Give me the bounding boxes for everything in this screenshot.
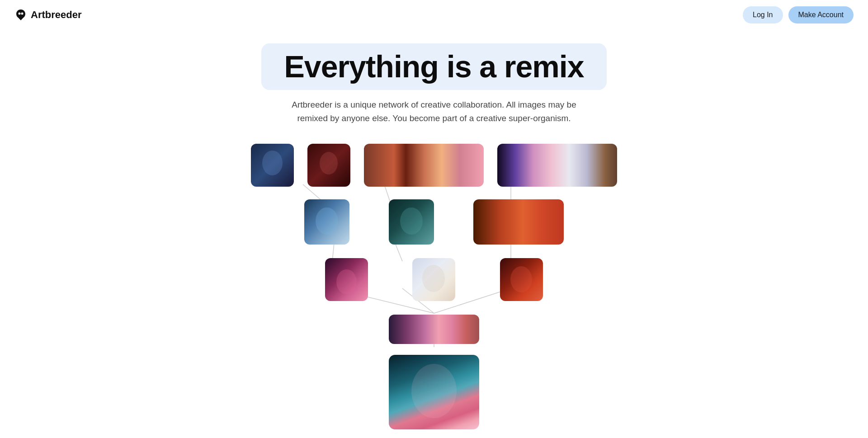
image-tile[interactable] — [497, 144, 617, 187]
image-tile[interactable] — [304, 199, 349, 245]
image-tile[interactable] — [473, 199, 564, 245]
image-tile[interactable] — [500, 258, 543, 301]
image-tile[interactable] — [307, 144, 350, 187]
login-button[interactable]: Log In — [743, 6, 783, 24]
tree-row-1 — [258, 199, 610, 245]
logo-icon — [14, 9, 27, 21]
tree-row-2 — [258, 258, 610, 301]
hero-section: Everything is a remix Artbreeder is a un… — [0, 30, 868, 130]
image-tile[interactable] — [412, 258, 455, 301]
tree-row-0 — [251, 144, 617, 187]
image-tile[interactable] — [389, 199, 434, 245]
logo-text: Artbreeder — [31, 9, 81, 21]
hero-title-wrap: Everything is a remix — [261, 43, 606, 90]
navbar: Artbreeder Log In Make Account — [0, 0, 868, 30]
hero-title: Everything is a remix — [284, 50, 584, 84]
tree-row-3 — [389, 315, 479, 344]
make-account-button[interactable]: Make Account — [788, 6, 854, 24]
image-tile[interactable] — [251, 144, 294, 187]
hero-subtitle: Artbreeder is a unique network of creati… — [280, 98, 588, 126]
svg-point-1 — [21, 13, 24, 15]
image-tree — [0, 139, 868, 438]
nav-buttons: Log In Make Account — [743, 6, 854, 24]
image-tile-final[interactable] — [389, 355, 479, 429]
logo[interactable]: Artbreeder — [14, 9, 81, 21]
svg-point-0 — [19, 13, 21, 15]
image-tile[interactable] — [325, 258, 368, 301]
tree-row-4 — [389, 355, 479, 438]
image-tile[interactable] — [364, 144, 484, 187]
image-tile[interactable] — [389, 315, 479, 344]
